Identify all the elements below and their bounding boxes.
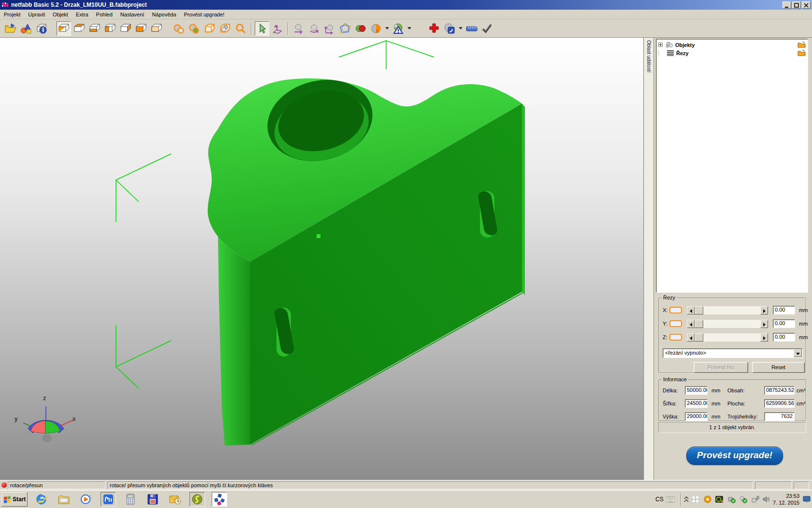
slice-y-checkbox[interactable] (669, 320, 682, 327)
save-tool-shortcut[interactable] (145, 492, 160, 507)
tray-clock[interactable]: 23:53 7. 12. 2015 (770, 493, 799, 506)
cut-dropdown-caret[interactable] (385, 27, 389, 30)
netfabb-task[interactable] (212, 492, 227, 507)
zoom-icon[interactable] (233, 21, 248, 36)
slice-y-slider[interactable] (687, 320, 768, 328)
tree-item-objekty[interactable]: Objekty (656, 41, 808, 49)
rotate-part-icon[interactable] (307, 21, 321, 36)
slider-right-arrow[interactable] (760, 306, 768, 314)
selection-box-icon[interactable] (203, 21, 217, 36)
view-back-icon[interactable] (149, 21, 164, 36)
select-in-box-icon[interactable] (218, 21, 232, 36)
open-project-icon[interactable] (3, 21, 18, 36)
slice-z-checkbox[interactable] (669, 334, 682, 341)
view-iso-icon[interactable] (57, 21, 71, 36)
support-structure-icon[interactable] (442, 21, 457, 36)
view-left-icon[interactable] (103, 21, 117, 36)
menu-provest-upgrade[interactable]: Provést upgrade! (180, 11, 229, 18)
slider-track[interactable] (695, 320, 760, 328)
start-button[interactable]: Start (1, 492, 28, 507)
cut-part-icon[interactable] (369, 21, 383, 36)
area-value[interactable]: 6259906.56 (764, 399, 795, 408)
media-player-shortcut[interactable] (78, 492, 94, 507)
slice-x-value[interactable]: 0.00 (773, 306, 795, 314)
menu-upravit[interactable]: Upravit (24, 11, 49, 18)
tree-item-rezy[interactable]: Řezy (656, 49, 808, 57)
load-objects-folder-icon[interactable] (798, 42, 806, 48)
maxthon-shortcut[interactable] (101, 492, 116, 507)
part-info-icon[interactable] (34, 21, 49, 36)
view-right-icon[interactable] (118, 21, 133, 36)
scale-part-icon[interactable] (322, 21, 337, 36)
measure-icon[interactable] (464, 21, 479, 36)
device-tray-icon[interactable] (751, 495, 759, 504)
calculator-shortcut[interactable] (123, 492, 138, 507)
events-panel-tab[interactable]: Oblast událostí (644, 38, 654, 480)
sync-tray-icon[interactable] (739, 495, 747, 504)
usb-tray-icon[interactable] (727, 495, 736, 504)
slice-y-value[interactable]: 0.00 (773, 319, 795, 328)
slider-right-arrow[interactable] (760, 320, 768, 328)
view-top-icon[interactable] (72, 21, 87, 36)
minimize-button[interactable] (783, 1, 791, 9)
object-tree[interactable]: Objekty Řezy (656, 39, 808, 293)
expand-icon[interactable] (658, 43, 663, 47)
slider-right-arrow[interactable] (760, 333, 768, 342)
dropdown-arrow-icon[interactable] (794, 349, 802, 357)
slider-thumb[interactable] (695, 333, 703, 342)
slider-thumb[interactable] (695, 320, 703, 328)
select-cursor-icon[interactable] (255, 21, 269, 36)
slider-left-arrow[interactable] (687, 306, 695, 314)
maximize-button[interactable] (792, 1, 801, 9)
edit-hull-icon[interactable] (338, 21, 352, 36)
view-bottom-icon[interactable] (87, 21, 102, 36)
3d-viewport[interactable]: z y x (0, 38, 644, 480)
ie-shortcut[interactable] (34, 492, 49, 507)
menu-objekt[interactable]: Objekt (49, 11, 72, 18)
slider-left-arrow[interactable] (687, 320, 695, 328)
slice-z-value[interactable]: 0.00 (773, 333, 795, 342)
cutting-mode-dropdown[interactable]: <řezání vypnuto> (663, 348, 803, 358)
upgrade-button[interactable]: Provést upgrade! (686, 447, 783, 465)
repair-dropdown-caret[interactable] (407, 27, 411, 30)
select-spheres-icon[interactable] (172, 21, 186, 36)
repair-part-icon[interactable] (391, 21, 406, 36)
slider-track[interactable] (695, 306, 760, 314)
slice-z-slider[interactable] (687, 333, 768, 342)
length-value[interactable]: 50000.00 (685, 386, 708, 395)
height-value[interactable]: 29000.00 (685, 412, 708, 421)
validate-icon[interactable] (480, 21, 494, 36)
rotate-view-icon[interactable] (270, 21, 285, 36)
slice-x-checkbox[interactable] (669, 307, 682, 314)
keyboard-layout-icon[interactable] (666, 495, 675, 504)
menu-napoveda[interactable]: Nápověda (148, 11, 180, 18)
show-desktop-button[interactable] (802, 494, 811, 505)
volume-tray-icon[interactable] (762, 495, 770, 504)
language-indicator[interactable]: CS (655, 496, 664, 503)
outlook-shortcut[interactable] (167, 492, 183, 507)
load-slices-folder-icon[interactable] (798, 50, 806, 56)
green-s-app-shortcut[interactable] (189, 492, 205, 507)
width-value[interactable]: 24500.00 (685, 399, 708, 408)
reset-button[interactable]: Reset (752, 362, 805, 373)
tray-expand-icon[interactable] (683, 495, 689, 504)
triangles-value[interactable]: 7632 (764, 412, 795, 421)
title-bar[interactable]: netfabb Basic 5.2 - Drzak_LM10UU_B.fabbp… (0, 0, 812, 10)
slider-thumb[interactable] (695, 306, 703, 314)
slider-track[interactable] (695, 333, 760, 342)
close-button[interactable] (802, 1, 811, 9)
boolean-operation-icon[interactable] (353, 21, 368, 36)
menu-extra[interactable]: Extra (72, 11, 92, 18)
volume-value[interactable]: 0875243.52 (764, 386, 795, 395)
support-dropdown-caret[interactable] (459, 27, 463, 30)
nvidia-tray-icon[interactable] (715, 495, 724, 504)
view-front-icon[interactable] (134, 21, 148, 36)
slider-left-arrow[interactable] (687, 333, 695, 342)
execute-cut-button[interactable]: Provést řez (694, 362, 748, 373)
explorer-shortcut[interactable] (56, 492, 72, 507)
new-shapes-icon[interactable] (19, 21, 33, 36)
add-part-icon[interactable] (427, 21, 441, 36)
menu-projekt[interactable]: Projekt (0, 11, 24, 18)
move-part-icon[interactable] (291, 21, 306, 36)
slice-x-slider[interactable] (687, 306, 768, 314)
